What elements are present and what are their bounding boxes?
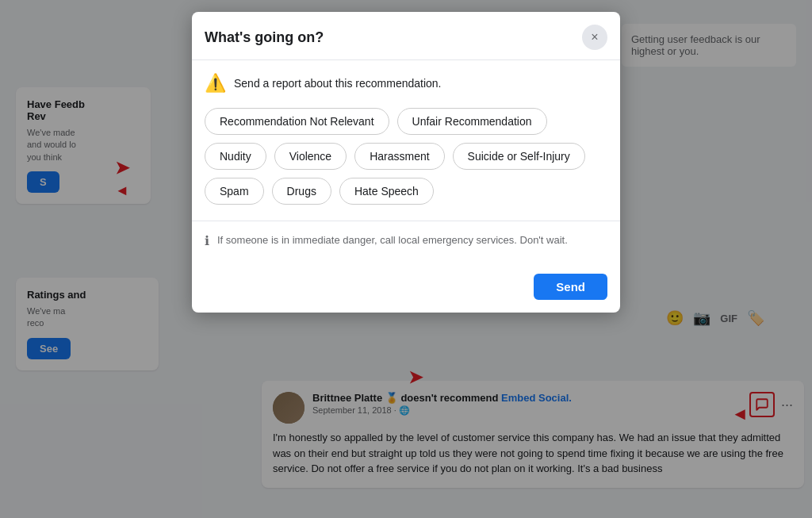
report-option-2[interactable]: Nudity [205,143,266,170]
emergency-text: If someone is in immediate danger, call … [217,232,568,248]
divider [192,221,620,221]
modal-header: What's going on? × [192,12,620,60]
report-option-3[interactable]: Violence [274,143,347,170]
report-option-8[interactable]: Hate Speech [339,178,434,205]
report-option-7[interactable]: Drugs [272,178,331,205]
report-option-5[interactable]: Suicide or Self-Injury [453,143,585,170]
report-option-0[interactable]: Recommendation Not Relevant [205,108,389,135]
report-option-6[interactable]: Spam [205,178,264,205]
warning-icon: ⚠️ [205,73,226,94]
modal-footer: Send [192,274,620,313]
modal-title: What's going on? [205,29,324,46]
report-subtitle: ⚠️ Send a report about this recommendati… [205,73,607,94]
send-button[interactable]: Send [534,274,607,300]
report-modal: What's going on? × ⚠️ Send a report abou… [192,12,620,313]
info-icon: ℹ [205,233,209,248]
emergency-notice: ℹ If someone is in immediate danger, cal… [205,232,607,248]
report-option-1[interactable]: Unfair Recommendation [397,108,547,135]
report-subtitle-text: Send a report about this recommendation. [234,77,442,90]
close-button[interactable]: × [582,25,607,50]
modal-overlay: What's going on? × ⚠️ Send a report abou… [0,0,812,518]
report-option-4[interactable]: Harassment [354,143,444,170]
report-options-grid: Recommendation Not RelevantUnfair Recomm… [205,108,607,205]
modal-body: ⚠️ Send a report about this recommendati… [192,60,620,274]
